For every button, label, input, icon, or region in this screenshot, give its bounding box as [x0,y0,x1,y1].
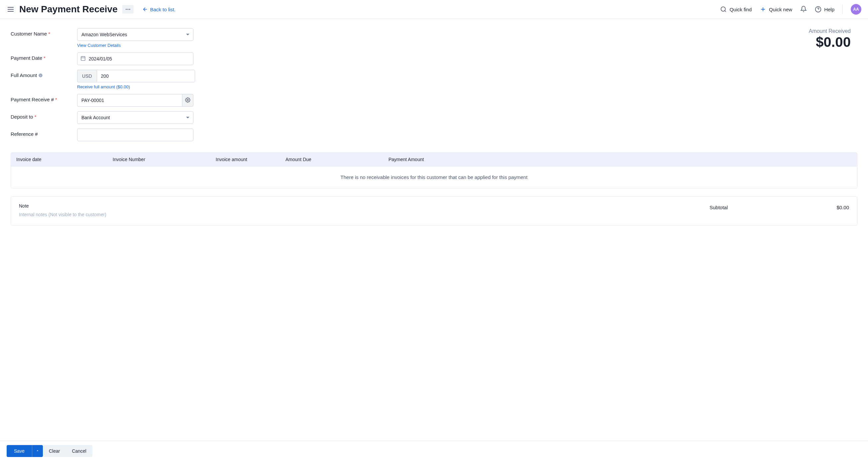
required-indicator: * [48,31,50,36]
back-link-text: Back to list. [150,7,176,12]
header-right: Quick find Quick new Help AA [720,4,861,14]
reference-no-input[interactable] [77,129,193,141]
amount-received-value: $0.00 [809,34,851,50]
payment-date-input[interactable] [77,53,193,65]
help-button[interactable]: Help [815,6,834,12]
deposit-to-label: Deposit to * [11,111,77,120]
reference-no-label: Reference # [11,129,77,137]
currency-prefix: USD [77,70,97,83]
avatar[interactable]: AA [851,4,861,14]
amount-received-label: Amount Received [809,28,851,34]
svg-point-20 [187,99,188,101]
payment-receive-no-input[interactable] [77,94,182,107]
header-divider [842,5,843,14]
quick-find-button[interactable]: Quick find [720,6,752,12]
svg-line-8 [725,11,726,12]
note-textarea[interactable]: Internal notes (Not visible to the custo… [19,212,106,217]
th-invoice-number: Invoice Number [113,157,216,162]
invoice-table: Invoice date Invoice Number Invoice amou… [11,153,857,188]
svg-point-4 [127,9,128,10]
help-label: Help [824,7,834,12]
quick-new-button[interactable]: Quick new [760,6,792,12]
customer-name-label: Customer Name * [11,28,77,36]
required-indicator: * [55,97,57,102]
th-payment-amount: Payment Amount [389,157,852,162]
notifications-button[interactable] [800,6,807,13]
quick-new-label: Quick new [769,7,792,12]
invoice-table-header: Invoice date Invoice Number Invoice amou… [11,153,857,166]
quick-find-label: Quick find [730,7,752,12]
header-bar: New Payment Receive Back to list. Quick … [0,0,868,19]
number-settings-button[interactable] [182,94,193,107]
payment-receive-no-label: Payment Receive # * [11,94,77,102]
required-indicator: * [35,114,36,120]
subtotal-label: Subtotal [710,205,728,210]
th-invoice-date: Invoice date [16,157,113,162]
note-title: Note [19,203,106,208]
subtotal-value: $0.00 [836,205,849,210]
page-title: New Payment Receive [19,4,118,14]
required-indicator: * [43,55,45,61]
info-icon[interactable] [38,73,43,78]
gear-icon [185,97,190,104]
svg-point-7 [721,7,725,11]
th-invoice-amount: Invoice amount [216,157,285,162]
customer-name-select[interactable] [77,28,193,41]
hamburger-icon[interactable] [7,5,14,13]
full-amount-label: Full Amount [11,70,77,78]
deposit-to-select[interactable] [77,111,193,124]
amount-received-box: Amount Received $0.00 [809,28,857,146]
receive-full-amount-link[interactable]: Receive full amount ($0.00) [77,85,195,89]
view-customer-details-link[interactable]: View Customer Details [77,43,193,48]
bell-icon [800,6,807,13]
form-section: Customer Name * View Customer Details Pa… [11,28,195,146]
svg-point-3 [126,9,127,10]
back-to-list-link[interactable]: Back to list. [142,6,176,12]
note-totals-section: Note Internal notes (Not visible to the … [11,196,857,226]
more-button[interactable] [122,5,133,13]
full-amount-input[interactable] [97,70,195,83]
header-left: New Payment Receive Back to list. [7,4,176,14]
th-amount-due: Amount Due [285,157,389,162]
svg-point-5 [129,9,130,10]
payment-date-label: Payment Date * [11,53,77,61]
empty-table-message: There is no receivable invoices for this… [11,166,857,188]
